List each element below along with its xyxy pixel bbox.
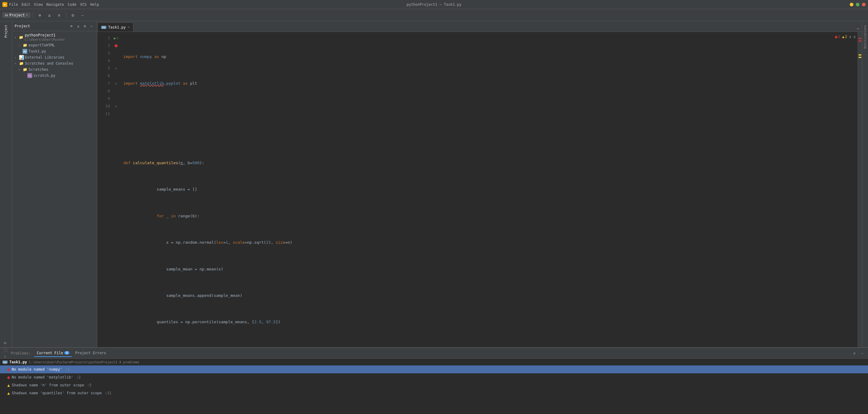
tree-item-root[interactable]: ▾ 📁 pythonProject1 C:\Users\User\Pychar	[12, 32, 97, 42]
code-content[interactable]: import numpy as np import matplotlib.pyp…	[120, 32, 858, 347]
var-x: x	[166, 239, 169, 246]
current-file-tab-label: Current File	[37, 351, 63, 355]
scratches-label: Scratches	[29, 67, 48, 72]
stop-icon[interactable]: ⬛	[2, 347, 8, 353]
problem-row-1[interactable]: ● No module named 'matplotlib' :2	[0, 373, 868, 381]
tab-current-file[interactable]: Current File 4	[34, 350, 72, 357]
nav-up-arrow[interactable]: ∧	[849, 34, 851, 39]
val-1: 1	[226, 239, 228, 246]
code-line-10[interactable]: sample_means.append(sample_mean)	[122, 292, 858, 300]
maximize-button[interactable]	[856, 3, 860, 6]
sidebar-add-btn[interactable]: ⊕	[68, 23, 74, 29]
bottom-settings-btn[interactable]: ⚙	[851, 350, 858, 357]
code-line-6[interactable]: sample_means = []	[122, 186, 858, 193]
menu-help[interactable]: Help	[90, 2, 99, 7]
project-selector[interactable]: 🗂 Project ▾	[2, 12, 30, 18]
minimize-button[interactable]	[850, 3, 854, 6]
fold-icon-line-10[interactable]: ⊟	[115, 105, 117, 108]
tab-close-btn[interactable]: ×	[128, 26, 129, 29]
bottom-minimize-btn[interactable]: —	[859, 350, 866, 357]
minimize-panel-button[interactable]: —	[79, 11, 87, 20]
tree-item-external-libs[interactable]: › 📊 External Libraries	[12, 54, 97, 60]
paren-append: (	[212, 292, 214, 299]
tab-overflow-btn[interactable]: ⋯	[857, 26, 860, 32]
eye-icon[interactable]: 👁	[2, 341, 8, 346]
code-line-8[interactable]: x = np.random.normal(loc=1, scale=np.sqr…	[122, 239, 858, 246]
menu-file[interactable]: File	[9, 2, 18, 7]
eq-scale: =	[245, 239, 247, 246]
line-num-11: 11	[97, 110, 110, 118]
problems-content: py Task1.py C:\Users\User\PycharmProject…	[0, 359, 868, 414]
add-button[interactable]: ⊕	[36, 11, 44, 20]
title-bar: ▶ File Edit View Navigate Code VCS Help …	[0, 0, 868, 9]
code-editor[interactable]: ● 2 ▲ 2 ∧ ∨ 1 2 3 4 5 6 7 8 9	[97, 32, 862, 347]
tree-item-scratch-py[interactable]: › sc scratch.py	[12, 73, 97, 79]
var-quantiles: quantiles	[157, 319, 178, 325]
fold-icon-line-7[interactable]: ⊟	[115, 82, 117, 85]
vtab-project[interactable]: Project	[1, 23, 11, 40]
tree-item-scratches-consoles[interactable]: ▾ 📁 Scratches and Consoles	[12, 60, 97, 66]
menu-code[interactable]: Code	[68, 2, 76, 7]
eq: =	[190, 160, 192, 166]
settings-button[interactable]: ⚙	[69, 11, 77, 20]
code-line-1[interactable]: import numpy as np	[122, 53, 858, 61]
code-line-2[interactable]: import matplotlib.pyplot as plt	[122, 80, 858, 88]
tab-label: Task1.py	[108, 25, 126, 29]
bottom-tab-bar: 👁 ⬛ ⇅ ⇅ Problems: Current File 4 Project…	[0, 348, 868, 359]
sidebar-settings-btn[interactable]: ⚙	[82, 23, 88, 29]
code-line-3[interactable]	[122, 106, 858, 114]
paren-close: ):	[199, 160, 204, 166]
problem-row-2[interactable]: ▲ Shadows name 'n' from outer scope :5	[0, 381, 868, 389]
notifications-label[interactable]: Notifications	[863, 23, 867, 51]
error-stripe-2	[859, 40, 861, 42]
code-line-4[interactable]	[122, 133, 858, 141]
tree-item-exportToHTML[interactable]: › 📁 exportToHTML	[12, 42, 97, 48]
close-button[interactable]	[862, 3, 866, 6]
code-line-11[interactable]: quantiles = np.percentile(sample_means, …	[122, 318, 858, 326]
line-num-1: 1	[97, 34, 110, 42]
menu-navigate[interactable]: Navigate	[46, 2, 64, 7]
run-arrow-icon[interactable]: ▶	[114, 36, 116, 40]
warning-icon: ▲	[842, 35, 844, 39]
menu-edit[interactable]: Edit	[22, 2, 30, 7]
param-b: b	[188, 160, 190, 166]
code-line-5[interactable]: def calculate_quantiles(n, b=500):	[122, 159, 858, 167]
fold-icon-line-1[interactable]: ⊟	[117, 36, 119, 40]
tab-task1[interactable]: py Task1.py ×	[97, 23, 133, 32]
line-num-10: 10	[97, 103, 110, 110]
menu-vcs[interactable]: VCS	[80, 2, 87, 7]
problem-line-0: :1	[65, 367, 70, 372]
code-line-7[interactable]: for _ in range(b):	[122, 212, 858, 220]
sidebar-hide-btn[interactable]: —	[88, 23, 95, 29]
sidebar-collapse-btn[interactable]: ⇊	[75, 23, 81, 29]
tree-arrow-scratches-sub: ▾	[18, 68, 22, 71]
op-eq: =	[171, 239, 174, 246]
code-line-9[interactable]: sample_mean = np.mean(x)	[122, 266, 858, 273]
editor-right-scrollbar[interactable]	[858, 32, 862, 347]
gutter-line-2	[113, 42, 120, 49]
comma5: ,	[261, 319, 264, 325]
gutter-line-3	[113, 49, 120, 57]
range-call: range	[178, 213, 190, 219]
problem-row-3[interactable]: ▲ Shadows name 'quantiles' from outer sc…	[0, 389, 868, 397]
gutter: ▶ ⊟ ⊟ ⊟	[113, 32, 120, 347]
collapse-button[interactable]: ⇊	[45, 11, 54, 20]
warning-stripe-1	[859, 54, 861, 56]
fold-icon-line-5[interactable]: ⊟	[115, 67, 117, 70]
tree-item-scratches[interactable]: ▾ 📁 Scratches	[12, 66, 97, 73]
arg-sm2: sample_means	[219, 319, 247, 325]
tab-project-errors[interactable]: Project Errors	[73, 350, 108, 357]
menu-bar[interactable]: File Edit View Navigate Code VCS Help	[9, 2, 99, 7]
extlibs-icon: 📊	[19, 55, 24, 60]
problems-file-row[interactable]: py Task1.py C:\Users\User\PycharmProject…	[0, 359, 868, 366]
nav-down-arrow[interactable]: ∨	[854, 34, 856, 39]
problem-row-0[interactable]: ● No module named 'numpy' :1	[0, 366, 868, 373]
folder-icon-export: 📁	[23, 43, 27, 48]
menu-view[interactable]: View	[34, 2, 43, 7]
sidebar-title: Project	[14, 24, 67, 28]
window-controls[interactable]	[850, 3, 866, 6]
expand-button[interactable]: ⇈	[55, 11, 64, 20]
tree-arrow-scratches: ▾	[14, 62, 18, 65]
tree-item-task1[interactable]: › py Task1.py	[12, 48, 97, 54]
sort-icon[interactable]: ⇅	[2, 354, 8, 359]
